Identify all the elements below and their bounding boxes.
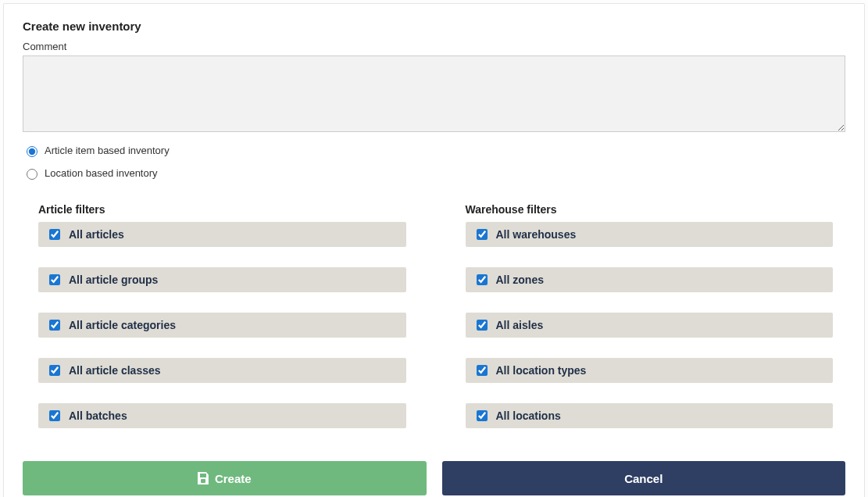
filter-all-article-categories-label: All article categories bbox=[69, 319, 176, 331]
inventory-type-location-radio[interactable] bbox=[27, 169, 38, 180]
filter-all-locations[interactable]: All locations bbox=[466, 403, 834, 428]
filter-all-article-classes[interactable]: All article classes bbox=[38, 358, 406, 383]
cancel-button-label: Cancel bbox=[624, 472, 663, 485]
filter-all-warehouses[interactable]: All warehouses bbox=[466, 222, 834, 247]
filter-all-article-categories[interactable]: All article categories bbox=[38, 313, 406, 338]
filter-all-zones[interactable]: All zones bbox=[466, 267, 834, 292]
filter-all-article-groups[interactable]: All article groups bbox=[38, 267, 406, 292]
filter-all-articles[interactable]: All articles bbox=[38, 222, 406, 247]
article-filters-panel: Article filters All articles All article… bbox=[23, 194, 419, 447]
warehouse-filters-title: Warehouse filters bbox=[466, 203, 834, 216]
cancel-button[interactable]: Cancel bbox=[442, 461, 846, 495]
buttons-row: Create Cancel bbox=[23, 461, 845, 495]
filter-all-articles-checkbox[interactable] bbox=[49, 229, 60, 240]
filter-all-location-types-label: All location types bbox=[496, 364, 587, 377]
filter-all-batches-label: All batches bbox=[69, 409, 127, 422]
filter-all-batches-checkbox[interactable] bbox=[49, 410, 60, 421]
filter-all-zones-label: All zones bbox=[496, 274, 544, 286]
create-inventory-card: Create new inventory Comment Article ite… bbox=[3, 3, 865, 497]
filter-all-locations-label: All locations bbox=[496, 409, 561, 422]
warehouse-filters-panel: Warehouse filters All warehouses All zon… bbox=[450, 194, 846, 447]
create-button-label: Create bbox=[215, 472, 252, 485]
inventory-type-location[interactable]: Location based inventory bbox=[23, 166, 845, 180]
filter-all-articles-label: All articles bbox=[69, 228, 124, 241]
inventory-type-article[interactable]: Article item based inventory bbox=[23, 144, 845, 157]
save-icon bbox=[198, 472, 209, 484]
article-filters-title: Article filters bbox=[38, 203, 406, 216]
inventory-type-article-radio[interactable] bbox=[27, 146, 38, 157]
create-button[interactable]: Create bbox=[23, 461, 427, 495]
filters-row: Article filters All articles All article… bbox=[23, 194, 845, 447]
filter-all-aisles[interactable]: All aisles bbox=[466, 313, 834, 338]
filter-all-article-groups-checkbox[interactable] bbox=[49, 274, 60, 285]
filter-all-article-categories-checkbox[interactable] bbox=[49, 320, 60, 331]
filter-all-article-classes-label: All article classes bbox=[69, 364, 161, 377]
filter-all-aisles-checkbox[interactable] bbox=[477, 320, 488, 331]
comment-textarea[interactable] bbox=[23, 55, 845, 132]
page-title: Create new inventory bbox=[23, 20, 845, 33]
filter-all-zones-checkbox[interactable] bbox=[477, 274, 488, 285]
filter-all-article-groups-label: All article groups bbox=[69, 274, 158, 286]
filter-all-batches[interactable]: All batches bbox=[38, 403, 406, 428]
filter-all-article-classes-checkbox[interactable] bbox=[49, 365, 60, 376]
inventory-type-article-label: Article item based inventory bbox=[45, 145, 170, 156]
inventory-type-location-label: Location based inventory bbox=[45, 167, 158, 179]
filter-all-warehouses-checkbox[interactable] bbox=[477, 229, 488, 240]
filter-all-warehouses-label: All warehouses bbox=[496, 228, 577, 241]
filter-all-location-types[interactable]: All location types bbox=[466, 358, 834, 383]
filter-all-aisles-label: All aisles bbox=[496, 319, 544, 331]
comment-label: Comment bbox=[23, 41, 845, 52]
filter-all-locations-checkbox[interactable] bbox=[477, 410, 488, 421]
filter-all-location-types-checkbox[interactable] bbox=[477, 365, 488, 376]
